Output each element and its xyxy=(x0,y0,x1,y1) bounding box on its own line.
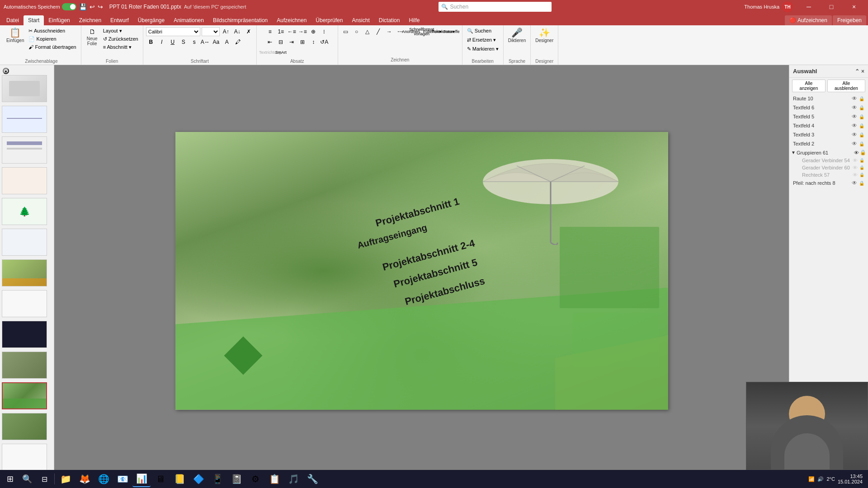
btn-format-uebertragen[interactable]: 🖌 Format übertragen xyxy=(27,43,78,51)
btn-justify[interactable]: ⊞ xyxy=(297,38,307,47)
shape-line[interactable]: ╱ xyxy=(373,27,383,36)
close-button[interactable]: × xyxy=(844,0,864,14)
taskview-button[interactable]: ⊟ xyxy=(36,471,52,487)
eye-textfeld4[interactable]: 👁 xyxy=(852,122,857,129)
sel-item-raute10[interactable]: Raute 10 👁 🔒 xyxy=(789,94,868,103)
tab-aufzeichnen-right[interactable]: 🔴 Aufzeichnen xyxy=(785,15,832,25)
shape-arrow[interactable]: → xyxy=(384,27,394,36)
btn-font-case[interactable]: Aa xyxy=(211,38,221,47)
taskbar-app-chrome[interactable]: 🌐 xyxy=(94,471,113,487)
slide-thumb-19[interactable]: 🌲 xyxy=(2,198,47,225)
tab-ansicht[interactable]: Ansicht xyxy=(347,15,374,25)
eye-textfeld3[interactable]: 👁 xyxy=(852,131,857,138)
lock-verbinder60[interactable]: 🔒 xyxy=(859,165,864,170)
toolbar-undo-icon[interactable]: ↩ xyxy=(90,3,95,10)
btn-underline[interactable]: U xyxy=(168,38,178,47)
slide-thumb-22[interactable] xyxy=(2,290,47,317)
lock-textfeld4[interactable]: 🔒 xyxy=(859,123,864,128)
shape-circle[interactable]: ○ xyxy=(352,27,362,36)
slide-thumb-18[interactable] xyxy=(2,167,47,194)
btn-numbering[interactable]: 1≡ xyxy=(276,27,286,36)
lock-raute10[interactable]: 🔒 xyxy=(859,96,864,101)
btn-smartart-convert[interactable]: SmArt xyxy=(276,48,286,57)
slide-thumb-21[interactable] xyxy=(2,259,47,286)
taskbar-app-settings[interactable]: ⚙ xyxy=(246,471,264,487)
btn-columns[interactable]: ⫶ xyxy=(319,27,329,36)
tab-zeichnen[interactable]: Zeichnen xyxy=(75,15,106,25)
lock-verbinder54[interactable]: 🔒 xyxy=(859,158,864,163)
tab-start[interactable]: Start xyxy=(24,15,44,25)
eye-gruppieren61[interactable]: 👁 xyxy=(854,150,859,155)
btn-alle-ausblenden[interactable]: Alle ausblenden xyxy=(827,80,865,92)
btn-texttextrichtung[interactable]: Textrichtung xyxy=(265,48,275,57)
btn-smartart[interactable]: ⊕ xyxy=(308,27,318,36)
sel-item-textfeld3[interactable]: Textfeld 3 👁 🔒 xyxy=(789,130,868,139)
taskbar-app-firefox[interactable]: 🦊 xyxy=(75,471,94,487)
close-panel-btn[interactable]: × xyxy=(861,68,864,75)
btn-align-right[interactable]: ⇥ xyxy=(287,38,297,47)
taskbar-app-explorer[interactable]: 📁 xyxy=(57,471,75,487)
sel-subitem-verbinder54[interactable]: Gerader Verbinder 54 👁 🔒 xyxy=(798,157,868,164)
lock-rechteck57[interactable]: 🔒 xyxy=(859,173,864,177)
btn-strikethrough[interactable]: S xyxy=(179,38,189,47)
slide-canvas[interactable]: Projektabschnitt 1 Auftragseingang Proje… xyxy=(175,132,668,410)
btn-decrease-font[interactable]: A↓ xyxy=(232,27,242,36)
slide-thumb-16[interactable] xyxy=(2,106,47,133)
lock-gruppieren61[interactable]: 🔒 xyxy=(860,150,866,155)
shape-triangle[interactable]: △ xyxy=(363,27,373,36)
tab-ueberpruefen[interactable]: Überprüfen xyxy=(311,15,347,25)
btn-kopieren[interactable]: 📄 Kopieren xyxy=(27,35,78,43)
btn-suchen[interactable]: 🔍 Suchen xyxy=(465,27,493,35)
btn-align-left[interactable]: ⇤ xyxy=(265,38,275,47)
tab-bildschirm[interactable]: Bildschirmpräsentation xyxy=(208,15,272,25)
eye-pfeil8[interactable]: 👁 xyxy=(852,180,857,186)
tab-animationen[interactable]: Animationen xyxy=(169,15,208,25)
eye-verbinder60[interactable]: 👁 xyxy=(853,165,858,170)
eye-textfeld5[interactable]: 👁 xyxy=(852,113,857,120)
sel-subitem-rechteck57[interactable]: Rechteck 57 👁 🔒 xyxy=(798,171,868,178)
font-size-select[interactable] xyxy=(202,27,220,36)
tab-uebergaenge[interactable]: Übergänge xyxy=(133,15,169,25)
start-button[interactable]: ⊞ xyxy=(2,471,18,487)
taskbar-app-tools[interactable]: 🔧 xyxy=(303,471,321,487)
tab-hilfe[interactable]: Hilfe xyxy=(404,15,424,25)
btn-abschnitt[interactable]: ≡ Abschnitt ▾ xyxy=(101,43,140,51)
sel-group-header-gruppieren61[interactable]: ▼ Gruppieren 61 👁 🔒 xyxy=(789,148,868,157)
autosave-switch[interactable] xyxy=(62,3,76,10)
sel-item-textfeld5[interactable]: Textfeld 5 👁 🔒 xyxy=(789,112,868,121)
sel-subitem-verbinder60[interactable]: Gerader Verbinder 60 👁 🔒 xyxy=(798,164,868,171)
tab-aufzeichnen[interactable]: Aufzeichnen xyxy=(272,15,311,25)
slide-thumb-15[interactable] xyxy=(2,75,47,102)
taskbar-app-clipboard[interactable]: 📋 xyxy=(265,471,283,487)
btn-einfuegen[interactable]: 📋 Einfügen xyxy=(5,27,26,44)
taskbar-app-desktop[interactable]: 🖥 xyxy=(151,471,170,487)
slide-thumb-25[interactable] xyxy=(2,382,47,409)
eye-verbinder54[interactable]: 👁 xyxy=(853,158,858,163)
toolbar-save-icon[interactable]: 💾 xyxy=(79,3,87,10)
slide-thumb-20[interactable] xyxy=(2,229,47,256)
maximize-button[interactable]: □ xyxy=(821,0,842,14)
lock-textfeld5[interactable]: 🔒 xyxy=(859,114,864,119)
search-button[interactable]: 🔍 xyxy=(19,471,35,487)
collapse-panel-btn[interactable]: ⌃ xyxy=(855,68,859,75)
taskbar-app-music[interactable]: 🎵 xyxy=(284,471,302,487)
taskbar-clock[interactable]: 13:45 15.01.2024 xyxy=(838,474,863,484)
btn-markieren[interactable]: ✎ Markieren ▾ xyxy=(465,45,500,53)
shape-rectangle[interactable]: ▭ xyxy=(341,27,351,36)
btn-zuruecksetzen[interactable]: ↺ Zurücksetzen xyxy=(101,35,140,43)
btn-neue-folie[interactable]: 🗋 NeueFolie xyxy=(84,27,100,47)
btn-clear-format[interactable]: ✗ xyxy=(244,27,254,36)
btn-shadow[interactable]: s xyxy=(189,38,199,47)
btn-ausschneiden[interactable]: ✂ Ausschneiden xyxy=(27,27,78,35)
lock-textfeld2[interactable]: 🔒 xyxy=(859,141,864,146)
btn-increase-font[interactable]: A↑ xyxy=(221,27,231,36)
scroll-up-btn[interactable]: ▲ xyxy=(3,68,9,74)
btn-formeffekt[interactable]: Formeffekt▾ xyxy=(449,27,459,36)
tab-datei[interactable]: Datei xyxy=(2,15,24,25)
eye-rechteck57[interactable]: 👁 xyxy=(853,172,858,178)
taskbar-app-email[interactable]: 📧 xyxy=(113,471,132,487)
tab-dictation[interactable]: Dictation xyxy=(374,15,405,25)
btn-diktieren[interactable]: 🎤 Diktieren xyxy=(506,27,528,44)
minimize-button[interactable]: ─ xyxy=(798,0,819,14)
btn-ersetzen[interactable]: ⇄ Ersetzen ▾ xyxy=(465,36,498,44)
